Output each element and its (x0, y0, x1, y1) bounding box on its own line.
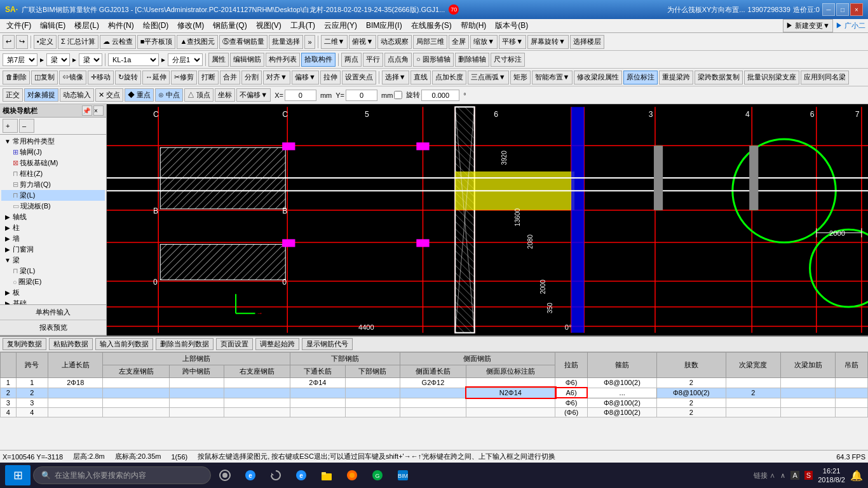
tree-item-slab[interactable]: ▭ 现浇板(B) (1, 201, 105, 212)
comp-type-select[interactable]: 梁 (46, 53, 70, 66)
menu-draw[interactable]: 绘图(D) (139, 19, 173, 32)
sidebar-pin[interactable]: 📌 (82, 105, 92, 116)
menu-cloud[interactable]: 云应用(Y) (320, 19, 361, 32)
cad-canvas[interactable]: C C B B 0 0 5 6 3 4 6 7 (107, 104, 868, 336)
tb-merge[interactable]: 合并 (220, 71, 240, 85)
snap-object[interactable]: 对象捕捉 (24, 88, 58, 102)
tree-item-beam-common[interactable]: ⊓ 梁(L) (1, 190, 105, 201)
tb-offset[interactable]: 偏移▼ (292, 71, 319, 85)
show-rebar-code[interactable]: 显示钢筋代号 (302, 338, 353, 350)
tb-pan[interactable]: 平移▼ (499, 35, 526, 49)
tb-view-rebar[interactable]: ⑤查看钢筋量 (219, 35, 268, 49)
taskbar-app-browser[interactable] (341, 464, 363, 487)
rotate-checkbox[interactable] (394, 91, 402, 99)
taskbar-app-ie2[interactable]: e (290, 464, 313, 487)
tree-item-columns[interactable]: ▶ 柱 (1, 222, 105, 233)
new-change[interactable]: ▶ 新建变更▼ (783, 19, 833, 32)
tb-align[interactable]: 对齐▼ (263, 71, 290, 85)
tree-item-wall[interactable]: ⊟ 剪力墙(Q) (1, 179, 105, 190)
tb-point-len[interactable]: 点加长度 (432, 71, 466, 85)
tb-batch-id[interactable]: 批量识别梁支座 (744, 71, 799, 85)
menu-view[interactable]: 视图(V) (252, 19, 285, 32)
snap-no-offset[interactable]: 不偏移▼ (236, 88, 271, 102)
tree-item-axis[interactable]: ⊞ 轴网(J) (1, 147, 105, 158)
tb-del-axis[interactable]: 删除辅轴 (455, 53, 489, 67)
tb-split[interactable]: 分割 (241, 71, 262, 85)
tb-move[interactable]: ✛移动 (88, 71, 114, 85)
adj-start-span[interactable]: 调整起始跨 (255, 338, 299, 350)
tb-pick-comp[interactable]: 拾取构件 (301, 53, 336, 67)
tb-copy[interactable]: ◫复制 (31, 71, 58, 85)
sidebar-close[interactable]: × (93, 105, 104, 116)
tb-break[interactable]: 打断 (198, 71, 219, 85)
page-setup[interactable]: 页面设置 (216, 338, 253, 350)
tb-select-floor[interactable]: 选择楼层 (570, 35, 604, 49)
tb-dynamic[interactable]: 动态观察 (377, 35, 412, 49)
tree-item-foundations[interactable]: ▶ 基础 (1, 298, 105, 304)
copy-span-data[interactable]: 复制跨数据 (3, 338, 46, 350)
tree-item-slabs[interactable]: ▶ 板 (1, 287, 105, 298)
snap-midpoint[interactable]: ◆ 重点 (125, 88, 154, 102)
input-col-data[interactable]: 输入当前列数据 (95, 338, 153, 350)
tb-dim[interactable]: 尺寸标注 (491, 53, 525, 67)
menu-version[interactable]: 版本号(B) (491, 19, 532, 32)
tb-mod-beam[interactable]: 修改梁段属性 (574, 71, 622, 85)
paste-span-data[interactable]: 粘贴跨数据 (49, 338, 93, 350)
tb-rotate[interactable]: 屏幕旋转▼ (527, 35, 569, 49)
tb-delete[interactable]: 🗑删除 (3, 71, 30, 85)
maximize-button[interactable]: □ (836, 3, 849, 16)
tb-define[interactable]: ▪定义 (34, 35, 57, 49)
tb-circle-axis[interactable]: ○ 圆形辅轴 (413, 53, 454, 67)
snap-vertex[interactable]: △ 顶点 (184, 88, 214, 102)
tb-mirror[interactable]: ⇔镜像 (59, 71, 86, 85)
tb-select2[interactable]: 选择▼ (382, 71, 409, 85)
menu-rebar[interactable]: 钢筋量(Q) (209, 19, 250, 32)
taskbar-search[interactable]: 🔍 在这里输入你要搜索的内容 (33, 466, 211, 484)
tb-two-point[interactable]: 两点 (341, 53, 362, 67)
tb-batch[interactable]: 批量选择 (269, 35, 303, 49)
tb-property[interactable]: 属性 (208, 53, 229, 67)
tb-label[interactable]: 原位标注 (623, 71, 658, 85)
tb-parallel[interactable]: 平行 (363, 53, 383, 67)
tb-arc[interactable]: 三点画弧▼ (468, 71, 509, 85)
x-input[interactable] (285, 90, 316, 101)
drawing-area[interactable]: C C B B 0 0 5 6 3 4 6 7 (107, 104, 868, 336)
tb-repick[interactable]: 重提梁跨 (659, 71, 693, 85)
menu-file[interactable]: 文件(F) (3, 19, 35, 32)
menu-tools[interactable]: 工具(T) (287, 19, 319, 32)
taskbar-app-blue[interactable]: BIM (391, 464, 414, 487)
del-col-data[interactable]: 删除当前列数据 (156, 338, 214, 350)
tb-line[interactable]: 直线 (410, 71, 431, 85)
menu-component[interactable]: 构件(N) (104, 19, 138, 32)
tb-rotate2[interactable]: ↻旋转 (115, 71, 141, 85)
taskbar-app-refresh[interactable] (264, 464, 287, 487)
sidebar-add[interactable]: + (3, 119, 18, 133)
notification-icon[interactable]: 🔔 (850, 470, 863, 482)
y-input[interactable] (346, 90, 377, 101)
start-button[interactable]: ⊞ (5, 465, 31, 485)
comp-select[interactable]: 梁 (79, 53, 102, 66)
single-comp-input[interactable]: 单构件输入 (0, 305, 106, 320)
minimize-button[interactable]: ─ (822, 3, 835, 16)
tree-item-column[interactable]: ⊓ 框柱(Z) (1, 168, 105, 179)
menu-online[interactable]: 在线服务(S) (407, 19, 456, 32)
rotate-input[interactable] (421, 90, 459, 101)
titlebar-controls[interactable]: ─ □ × (822, 3, 863, 16)
tb-redo[interactable]: ↪ (16, 35, 28, 49)
tb-more[interactable]: » (304, 35, 315, 49)
taskbar-app-ie1[interactable]: e (239, 464, 262, 487)
tree-item-openings[interactable]: ▶ 门窗洞 (1, 244, 105, 255)
tb-flat-top[interactable]: ■平齐板顶 (137, 35, 176, 49)
snap-center[interactable]: ⊙ 中点 (155, 88, 183, 102)
tree-item-common[interactable]: ▼ 常用构件类型 (1, 136, 105, 147)
tb-stretch[interactable]: 拉伸 (320, 71, 341, 85)
tb-copy-span[interactable]: 梁跨数据复制 (695, 71, 743, 85)
cell-tie-edit[interactable]: A6) (555, 388, 588, 398)
tree-item-beams[interactable]: ▼ 梁 (1, 255, 105, 266)
tb-calc[interactable]: Σ 汇总计算 (58, 35, 98, 49)
menu-edit[interactable]: 编辑(E) (36, 19, 69, 32)
snap-intersect[interactable]: ✕ 交点 (95, 88, 123, 102)
cell-tie-btn[interactable]: ... (587, 388, 656, 398)
tb-set-anchor[interactable]: 设置夹点 (342, 71, 376, 85)
tree-item-raft[interactable]: ⊠ 筏板基础(M) (1, 158, 105, 168)
